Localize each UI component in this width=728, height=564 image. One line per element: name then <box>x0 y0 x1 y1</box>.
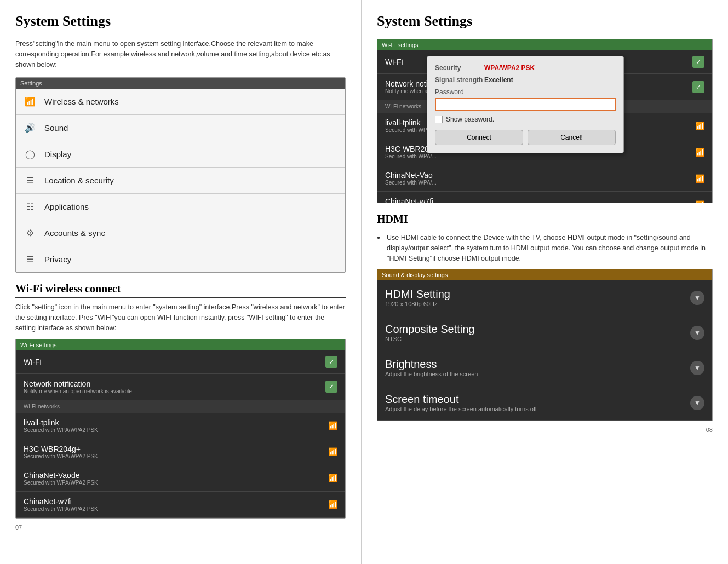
wifi-network-info: livall-tplink Secured with WPA/WPA2 PSK <box>24 418 98 433</box>
display-setting-item[interactable]: Brightness Adjust the brightness of the … <box>377 350 712 385</box>
dialog-security-value: WPA/WPA2 PSK <box>484 64 535 72</box>
right-wifi-screen-header: Wi-Fi settings <box>377 39 712 50</box>
display-item-info: Screen timeout Adjust the delay before t… <box>385 393 537 412</box>
display-item-info: Brightness Adjust the brightness of the … <box>385 358 478 377</box>
page-number-right: 08 <box>377 427 713 433</box>
wifi-network-item[interactable]: ChinaNet-w7fi Secured with WPA/WPA2 PSK … <box>16 492 345 518</box>
right-wifi-network-info: ChinaNet-w7fi Secured with WPA/WPA2 PSK <box>385 197 460 203</box>
dialog-security-label: Security <box>435 64 484 72</box>
settings-item-label: Wireless & networks <box>44 97 119 106</box>
settings-list-item[interactable]: ☰ Privacy <box>16 246 345 272</box>
right-wifi-network-item[interactable]: ChinaNet-w7fi Secured with WPA/WPA2 PSK … <box>377 192 712 203</box>
wifi-toggle-row[interactable]: Network notification Notify me when an o… <box>16 374 345 400</box>
wifi-network-item[interactable]: livall-tplink Secured with WPA/WPA2 PSK … <box>16 413 345 439</box>
left-column: System Settings Press"setting"in the mai… <box>0 0 362 564</box>
settings-item-label: Accounts & sync <box>44 228 105 238</box>
wifi-toggle-label: Wi-Fi <box>24 358 42 366</box>
right-wifi-toggle-checkbox[interactable]: ✓ <box>692 56 704 68</box>
right-wifi-signal-icon: 📶 <box>695 174 704 183</box>
dialog-buttons: Connect Cancel! <box>435 130 616 145</box>
dialog-connect-button[interactable]: Connect <box>435 130 523 145</box>
wifi-signal-icon: 📶 <box>328 421 337 430</box>
settings-screen-header: Settings <box>16 78 345 89</box>
display-screen-header: Sound & display settings <box>377 269 712 280</box>
left-intro: Press"setting"in the main menu to open s… <box>15 39 346 70</box>
wifi-toggle-label: Network notification Notify me when an o… <box>24 379 132 394</box>
wifi-signal-icon: 📶 <box>328 474 337 482</box>
dialog-password-label: Password <box>435 88 616 96</box>
accounts-icon: ⚙ <box>24 228 37 238</box>
wifi-list-left: Wi-Fi ✓ Network notification Notify me w… <box>16 350 345 518</box>
dialog-password-input[interactable] <box>435 98 616 111</box>
settings-item-label: Sound <box>44 123 68 133</box>
settings-list-item[interactable]: ☷ Applications <box>16 194 345 220</box>
settings-list-item[interactable]: ◯ Display <box>16 141 345 168</box>
sound-icon: 🔊 <box>24 123 37 133</box>
display-setting-item[interactable]: HDMI Setting 1920 x 1080p 60Hz ▼ <box>377 280 712 315</box>
dialog-security-row: Security WPA/WPA2 PSK <box>435 64 616 72</box>
right-wifi-network-info: ChinaNet-Vao Secured with WPA/... <box>385 171 437 186</box>
settings-screen: Settings 📶 Wireless & networks 🔊 Sound ◯… <box>15 77 346 273</box>
location-icon: ☰ <box>24 175 37 186</box>
wifi-network-info: ChinaNet-Vaode Secured with WPA/WPA2 PSK <box>24 471 98 486</box>
right-wifi-toggle-checkbox[interactable]: ✓ <box>692 81 704 93</box>
display-setting-item[interactable]: Composite Setting NTSC ▼ <box>377 315 712 350</box>
hdmi-title: HDMI <box>377 213 713 228</box>
dialog-cancel-button[interactable]: Cancel! <box>528 130 616 145</box>
display-dropdown-icon[interactable]: ▼ <box>690 361 704 375</box>
wifi-intro: Click "setting" icon in the main menu to… <box>15 302 346 333</box>
left-title: System Settings <box>15 13 346 33</box>
wifi-network-item[interactable]: H3C WBR204g+ Secured with WPA/WPA2 PSK 📶 <box>16 439 345 465</box>
wifi-icon: 📶 <box>24 96 37 107</box>
right-wifi-toggle-label: Wi-Fi <box>385 57 403 66</box>
right-wifi-signal-icon: 📶 <box>695 200 704 204</box>
wifi-screen-left: Wi-Fi settings Wi-Fi ✓ Network notificat… <box>15 339 346 519</box>
right-column: System Settings Wi-Fi settings Wi-Fi ✓ N… <box>362 0 728 564</box>
wifi-network-info: ChinaNet-w7fi Secured with WPA/WPA2 PSK <box>24 497 98 512</box>
dialog-signal-value: Excellent <box>484 76 513 84</box>
settings-list-item[interactable]: 🔊 Sound <box>16 115 345 141</box>
settings-list: 📶 Wireless & networks 🔊 Sound ◯ Display … <box>16 89 345 272</box>
settings-list-item[interactable]: 📶 Wireless & networks <box>16 89 345 115</box>
right-wifi-network-item[interactable]: ChinaNet-Vao Secured with WPA/... 📶 <box>377 165 712 192</box>
page-number-left: 07 <box>15 524 346 531</box>
display-dropdown-icon[interactable]: ▼ <box>690 291 704 305</box>
display-item-info: Composite Setting NTSC <box>385 323 474 342</box>
apps-icon: ☷ <box>24 202 37 212</box>
settings-list-item[interactable]: ☰ Location & security <box>16 168 345 194</box>
dialog-show-password-checkbox[interactable] <box>435 116 443 123</box>
display-icon: ◯ <box>24 149 37 159</box>
display-list: HDMI Setting 1920 x 1080p 60Hz ▼ Composi… <box>377 280 712 421</box>
display-setting-item[interactable]: Screen timeout Adjust the delay before t… <box>377 385 712 421</box>
wifi-signal-icon: 📶 <box>328 500 337 509</box>
wifi-network-info: H3C WBR204g+ Secured with WPA/WPA2 PSK <box>24 445 98 459</box>
settings-item-label: Location & security <box>44 176 114 185</box>
settings-item-label: Applications <box>44 202 89 211</box>
right-wifi-signal-icon: 📶 <box>695 122 704 130</box>
dialog-show-password-label: Show password. <box>446 116 494 123</box>
wifi-toggle-checkbox[interactable]: ✓ <box>325 381 337 393</box>
right-title: System Settings <box>377 13 713 33</box>
wifi-password-dialog: Security WPA/WPA2 PSK Signal strength Ex… <box>427 56 624 153</box>
dialog-signal-row: Signal strength Excellent <box>435 76 616 84</box>
settings-item-label: Display <box>44 149 71 159</box>
dialog-signal-label: Signal strength <box>435 76 484 84</box>
wifi-network-item[interactable]: ChinaNet-Vaode Secured with WPA/WPA2 PSK… <box>16 465 345 492</box>
wifi-section-title: Wi-Fi wireless connect <box>15 283 346 298</box>
display-dropdown-icon[interactable]: ▼ <box>690 396 704 410</box>
display-item-info: HDMI Setting 1920 x 1080p 60Hz <box>385 288 450 307</box>
right-wifi-signal-icon: 📶 <box>695 148 704 157</box>
wifi-signal-icon: 📶 <box>328 447 337 456</box>
privacy-icon: ☰ <box>24 254 37 264</box>
hdmi-text: Use HDMI cable to connect the Device wit… <box>377 233 713 263</box>
settings-list-item[interactable]: ⚙ Accounts & sync <box>16 220 345 246</box>
display-dropdown-icon[interactable]: ▼ <box>690 326 704 340</box>
settings-item-label: Privacy <box>44 255 71 264</box>
display-screen: Sound & display settings HDMI Setting 19… <box>377 269 713 421</box>
wifi-screen-header-left: Wi-Fi settings <box>16 339 345 350</box>
wifi-networks-label: Wi-Fi networks <box>16 400 345 413</box>
right-wifi-screen: Wi-Fi settings Wi-Fi ✓ Network notificat… <box>377 39 713 203</box>
wifi-toggle-row[interactable]: Wi-Fi ✓ <box>16 350 345 374</box>
wifi-toggle-checkbox[interactable]: ✓ <box>325 356 337 368</box>
dialog-show-password-row: Show password. <box>435 116 616 123</box>
